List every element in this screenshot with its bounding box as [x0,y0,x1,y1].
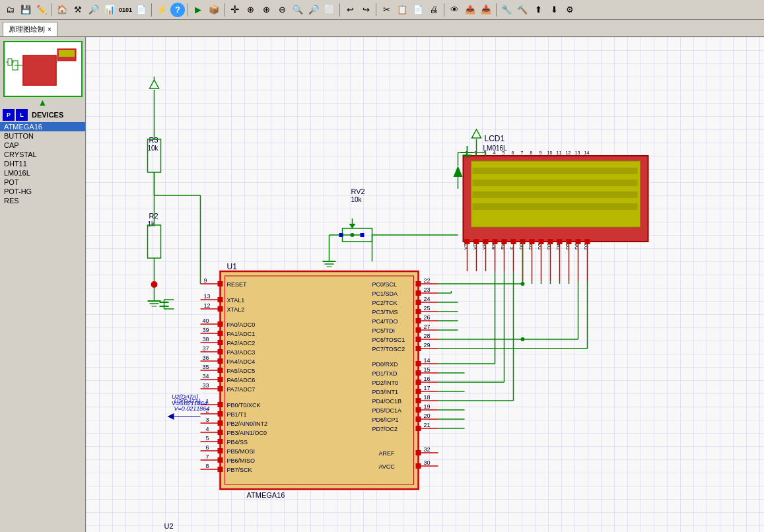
svg-text:11: 11 [557,150,562,155]
svg-text:13: 13 [204,293,211,300]
svg-text:34: 34 [203,373,209,380]
svg-text:AREF: AREF [379,450,396,457]
tb-edit[interactable]: ✏️ [34,3,49,17]
svg-text:PB2/AIN0/INT2: PB2/AIN0/INT2 [227,420,268,427]
tb-run[interactable]: ⚡ [155,3,169,17]
tb-binary[interactable]: 0101 [118,3,133,17]
tab-schematic[interactable]: 原理图绘制 × [3,22,57,36]
svg-rect-3 [59,50,75,57]
svg-text:8: 8 [206,463,209,469]
svg-rect-199 [530,239,535,244]
device-item-crystal[interactable]: CRYSTAL [0,150,85,159]
svg-rect-169 [473,203,638,210]
svg-rect-195 [511,239,516,244]
device-item-atmega16[interactable]: ATMEGA16 [0,122,85,131]
tb-zoom-in[interactable]: 🔍 [291,3,305,17]
svg-text:38: 38 [203,336,209,343]
tb-settings[interactable]: ⚙ [563,3,577,17]
tb-plus2[interactable]: ⊕ [259,3,273,17]
tb-minus[interactable]: ⊖ [275,3,289,17]
tb-tools2[interactable]: 🔨 [515,3,530,17]
tb-open[interactable]: 🗂 [3,3,17,17]
svg-text:PA0/ADC0: PA0/ADC0 [227,321,256,328]
device-list[interactable]: ATMEGA16BUTTONCAPCRYSTALDHT11LM016LPOTPO… [0,122,85,532]
svg-text:24: 24 [424,296,431,302]
tab-label: 原理图绘制 [9,24,45,34]
svg-rect-139 [416,398,421,403]
p-button[interactable]: P [3,109,15,121]
svg-rect-107 [416,318,421,323]
svg-text:AVCC: AVCC [379,463,396,470]
svg-rect-211 [585,239,590,244]
tb-import[interactable]: 📥 [479,3,493,17]
canvas-area[interactable]: U1 ATMEGA16 9 RESET 13 XTAL1 12 XTAL2 [86,37,764,532]
svg-rect-187 [474,239,479,244]
device-item-button[interactable]: BUTTON [0,131,85,141]
tab-close-button[interactable]: × [48,26,52,33]
tb-play[interactable]: ▶ [191,3,205,17]
tb-doc[interactable]: 📄 [134,3,149,17]
tb-up[interactable]: ⬆ [531,3,545,17]
svg-rect-135 [416,389,421,394]
tb-paste[interactable]: 📄 [411,3,425,17]
svg-text:PC0/SCL: PC0/SCL [372,281,398,288]
svg-text:R3: R3 [149,136,158,144]
tb-view[interactable]: 👁 [447,3,462,17]
svg-text:PD7/OC2: PD7/OC2 [372,426,398,432]
tb-home[interactable]: 🏠 [55,3,69,17]
device-item-res[interactable]: RES [0,196,85,205]
tb-print[interactable]: 🖨 [427,3,441,17]
svg-text:39: 39 [203,327,209,333]
svg-text:36: 36 [203,354,209,361]
svg-text:4: 4 [493,150,496,155]
preview-arrow-up: ▲ [0,97,85,108]
device-item-dht11[interactable]: DHT11 [0,159,85,168]
tb-plus-circle[interactable]: ⊕ [243,3,258,17]
svg-text:10k: 10k [351,196,363,203]
svg-text:20: 20 [424,413,431,419]
tb-cross[interactable]: ✛ [227,3,242,17]
main-area: ▲ P L DEVICES ATMEGA16BUTTONCAPCRYSTALDH… [0,37,764,532]
tb-graph[interactable]: 📊 [102,3,117,17]
svg-rect-127 [416,370,421,376]
svg-rect-131 [416,380,421,385]
tb-config[interactable]: ⚒ [71,3,85,17]
schematic-canvas[interactable]: U1 ATMEGA16 9 RESET 13 XTAL1 12 XTAL2 [86,37,764,532]
device-item-pot-hg[interactable]: POT-HG [0,187,85,196]
tb-zoom-out[interactable]: 🔎 [306,3,321,17]
svg-rect-47 [218,368,223,373]
tb-cut[interactable]: ✂ [379,3,394,17]
svg-marker-237 [150,80,159,88]
tb-export[interactable]: 📤 [463,3,477,17]
svg-text:9: 9 [204,277,207,284]
tb-copy[interactable]: 📋 [395,3,409,17]
tb-fit[interactable]: ⬜ [322,3,337,17]
l-button[interactable]: L [16,109,28,121]
tb-redo[interactable]: ↪ [359,3,373,17]
svg-text:PC4/TDO: PC4/TDO [372,318,398,325]
tb-save[interactable]: 💾 [18,3,33,17]
tb-help[interactable]: ? [170,3,185,17]
svg-text:PB6/MISO: PB6/MISO [227,457,256,464]
svg-text:PB0/T0/XCK: PB0/T0/XCK [227,402,261,409]
svg-text:U2: U2 [164,522,174,530]
tb-down[interactable]: ⬇ [547,3,561,17]
svg-text:6: 6 [512,150,514,155]
svg-rect-59 [218,402,223,407]
tb-pkg[interactable]: 📦 [207,3,221,17]
svg-text:25: 25 [424,305,431,312]
svg-rect-151 [416,426,421,431]
svg-rect-205 [557,239,563,244]
svg-text:PB1/T1: PB1/T1 [227,411,247,418]
device-item-pot[interactable]: POT [0,178,85,187]
svg-text:4: 4 [206,426,209,432]
tb-undo[interactable]: ↩ [343,3,357,17]
toolbar: 🗂 💾 ✏️ 🏠 ⚒ 🔎 📊 0101 📄 ⚡ ? ▶ 📦 ✛ ⊕ ⊕ ⊖ 🔍 … [0,0,764,20]
tb-tools1[interactable]: 🔧 [499,3,514,17]
device-item-lm016l[interactable]: LM016L [0,168,85,178]
svg-text:32: 32 [424,446,431,453]
svg-rect-147 [416,416,421,422]
device-item-cap[interactable]: CAP [0,141,85,150]
tb-search[interactable]: 🔎 [87,3,101,17]
svg-text:XTAL2: XTAL2 [227,306,245,313]
